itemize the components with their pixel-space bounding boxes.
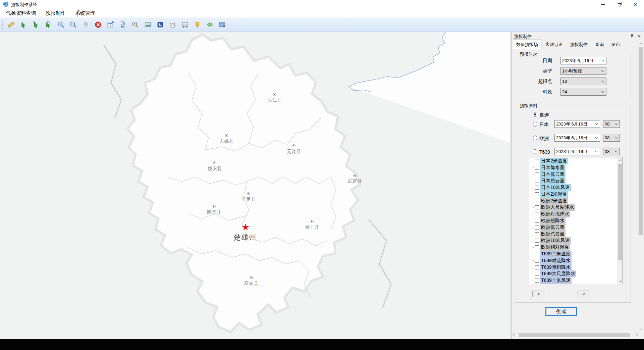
minimize-button[interactable] (595, 0, 611, 9)
checkbox[interactable] (535, 192, 539, 196)
europe-date-picker[interactable]: 2023年 6月16日 (554, 134, 600, 142)
dataset-item[interactable]: T639二米温度 (529, 251, 617, 257)
panel-vertical-scrollbar[interactable] (638, 41, 644, 332)
radio-europe[interactable] (533, 136, 537, 140)
checkbox[interactable] (535, 205, 539, 209)
tab-publish[interactable]: 发布 (608, 40, 623, 49)
scroll-up-button[interactable] (638, 41, 644, 47)
checkbox[interactable] (535, 259, 539, 263)
date-picker[interactable]: 2023年 6月16日 (560, 57, 606, 64)
tab-numerical-forecast-field[interactable]: 数值预报场 (513, 40, 541, 49)
checkbox[interactable] (535, 272, 539, 276)
dataset-item[interactable]: 欧洲低云量 (529, 224, 617, 231)
print-icon[interactable] (168, 20, 177, 29)
europe-hour-combobox[interactable]: 08 (603, 134, 620, 142)
checkbox[interactable] (535, 265, 539, 269)
dataset-item[interactable]: 日本2米湿度 (529, 191, 617, 198)
checkbox[interactable] (535, 186, 539, 190)
scroll-down-button[interactable] (617, 278, 623, 284)
stop-icon[interactable] (93, 20, 103, 29)
checkbox[interactable] (535, 239, 539, 243)
radio-japan[interactable] (533, 122, 537, 127)
scrollbar-thumb[interactable] (618, 164, 622, 260)
dataset-item[interactable]: 欧洲相对湿度 (529, 244, 617, 251)
close-button[interactable]: × (628, 0, 643, 9)
type-combobox[interactable]: 1小时预报 (560, 67, 606, 75)
duration-combobox[interactable]: 24 (560, 88, 606, 96)
image-view-icon[interactable] (143, 20, 152, 29)
checkbox[interactable] (535, 166, 539, 170)
tab-forecast-production[interactable]: 预报制作 (567, 40, 591, 49)
generate-button[interactable]: 生成 (545, 307, 577, 316)
next-button[interactable]: > (578, 291, 590, 297)
dataset-item[interactable]: 欧洲2米温度 (529, 198, 617, 204)
checkbox[interactable] (535, 179, 539, 183)
t639-date-picker[interactable]: 2023年 6月16日 (554, 148, 600, 155)
dataset-item[interactable]: T639累积降水 (529, 264, 617, 271)
zoom-in-icon[interactable] (56, 20, 65, 29)
scroll-down-button[interactable] (638, 326, 644, 332)
arrow-select-icon[interactable] (31, 20, 41, 29)
scroll-left-button[interactable] (512, 332, 517, 338)
dataset-item[interactable]: 日本低云量 (529, 171, 617, 178)
circle-select-icon[interactable] (44, 20, 53, 29)
location-pin-icon[interactable] (193, 20, 202, 29)
dataset-item[interactable]: 欧洲对流降水 (529, 211, 617, 217)
start-hour-combobox[interactable]: 13 (560, 78, 606, 85)
dataset-item[interactable]: 日本总云量 (529, 178, 617, 184)
checkbox[interactable] (535, 232, 539, 236)
dataset-item[interactable]: T639对流降水 (529, 257, 617, 264)
checkbox[interactable] (535, 219, 539, 223)
previous-button[interactable]: < (532, 291, 545, 297)
map-export-icon[interactable] (217, 20, 227, 29)
japan-hour-combobox[interactable]: 08 (603, 120, 620, 128)
list-scrollbar[interactable] (617, 157, 623, 284)
tab-query[interactable]: 查询 (592, 40, 607, 49)
pan-hand-icon[interactable] (81, 20, 90, 29)
panel-horizontal-scrollbar[interactable] (512, 332, 639, 338)
checkbox[interactable] (535, 212, 539, 216)
dataset-item[interactable]: 日本10米风速 (529, 184, 617, 191)
restore-button[interactable] (611, 0, 627, 9)
checkbox[interactable] (535, 252, 539, 256)
pin-button[interactable] (629, 33, 635, 39)
night-view-icon[interactable] (155, 20, 165, 29)
menu-weather-data-query[interactable]: 气象资料查询 (1, 9, 41, 17)
dataset-item[interactable]: 日本2米温度 (529, 158, 617, 164)
dataset-item[interactable]: T639大尺度降水 (529, 271, 617, 278)
japan-date-picker[interactable]: 2023年 6月16日 (554, 120, 600, 128)
chart-window-icon[interactable] (106, 20, 115, 29)
checkbox[interactable] (535, 199, 539, 203)
refresh-document-icon[interactable] (118, 20, 127, 29)
search-help-icon[interactable]: ? (130, 20, 140, 29)
t639-hour-combobox[interactable]: 08 (603, 148, 620, 155)
dataset-item[interactable]: 欧洲总云量 (529, 231, 617, 238)
tab-objective-correction[interactable]: 客观订正 (542, 40, 566, 49)
menu-forecast-production[interactable]: 预报制作 (41, 9, 70, 17)
measure-ruler-icon[interactable] (6, 20, 16, 29)
checkbox[interactable] (535, 172, 539, 176)
scroll-up-button[interactable] (617, 157, 623, 163)
checkbox[interactable] (535, 159, 539, 163)
panel-close-button[interactable]: × (636, 33, 642, 39)
checkbox[interactable] (535, 226, 539, 230)
scrollbar-thumb[interactable] (639, 47, 643, 235)
menu-system-management[interactable]: 系统管理 (70, 9, 100, 17)
radio-t639[interactable] (533, 149, 537, 154)
zoom-out-icon[interactable] (68, 20, 78, 29)
dataset-listbox[interactable]: 日本2米温度日本降水量日本低云量日本总云量日本10米风速日本2米湿度欧洲2米温度… (529, 157, 623, 284)
dataset-item[interactable]: 欧洲总降水 (529, 217, 617, 224)
dataset-item[interactable]: 欧洲10米风速 (529, 238, 617, 244)
arc-select-icon[interactable] (19, 20, 28, 29)
scroll-right-button[interactable] (633, 332, 639, 338)
map-canvas[interactable]: ★ 楚雄州 永仁县大姚县元谋县姚安县武定县牟定县南华县禄丰县双柏县 (0, 32, 510, 339)
radio-self-select[interactable] (533, 112, 537, 117)
dataset-item[interactable]: 欧洲大尺度降水 (529, 204, 617, 211)
checkbox[interactable] (535, 279, 539, 283)
back-arrow-icon[interactable] (205, 20, 214, 29)
dataset-item[interactable]: 日本降水量 (529, 164, 617, 171)
scrollbar-thumb[interactable] (519, 333, 630, 337)
checkbox[interactable] (535, 245, 539, 249)
print-preview-icon[interactable] (180, 20, 190, 29)
dataset-item[interactable]: T639十米风速 (529, 277, 617, 284)
